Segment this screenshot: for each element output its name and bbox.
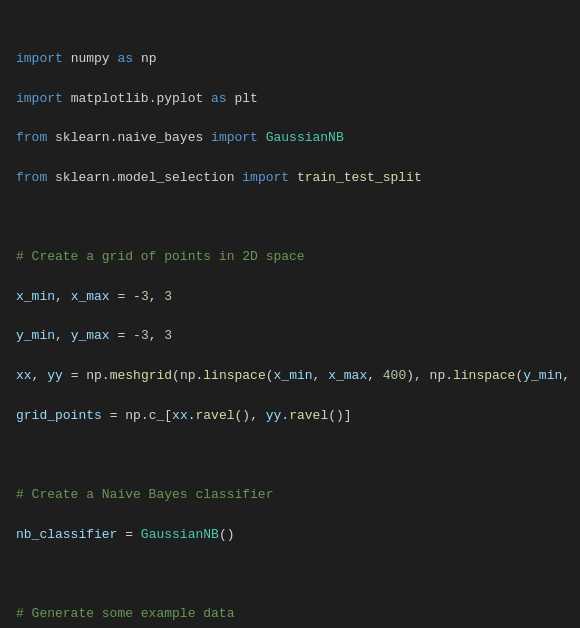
code-line-7: x_min, x_max = -3, 3 — [16, 287, 564, 307]
code-line-10: grid_points = np.c_[xx.ravel(), yy.ravel… — [16, 406, 564, 426]
code-line-1: import numpy as np — [16, 49, 564, 69]
code-line-3: from sklearn.naive_bayes import Gaussian… — [16, 128, 564, 148]
code-line-6: # Create a grid of points in 2D space — [16, 247, 564, 267]
code-line-11 — [16, 445, 564, 465]
code-line-8: y_min, y_max = -3, 3 — [16, 326, 564, 346]
code-line-14 — [16, 564, 564, 584]
code-line-13: nb_classifier = GaussianNB() — [16, 525, 564, 545]
code-line-12: # Create a Naive Bayes classifier — [16, 485, 564, 505]
code-editor: import numpy as np import matplotlib.pyp… — [0, 0, 580, 628]
code-line-5 — [16, 208, 564, 228]
code-line-15: # Generate some example data — [16, 604, 564, 624]
code-line-9: xx, yy = np.meshgrid(np.linspace(x_min, … — [16, 366, 564, 386]
code-line-2: import matplotlib.pyplot as plt — [16, 89, 564, 109]
code-line-4: from sklearn.model_selection import trai… — [16, 168, 564, 188]
